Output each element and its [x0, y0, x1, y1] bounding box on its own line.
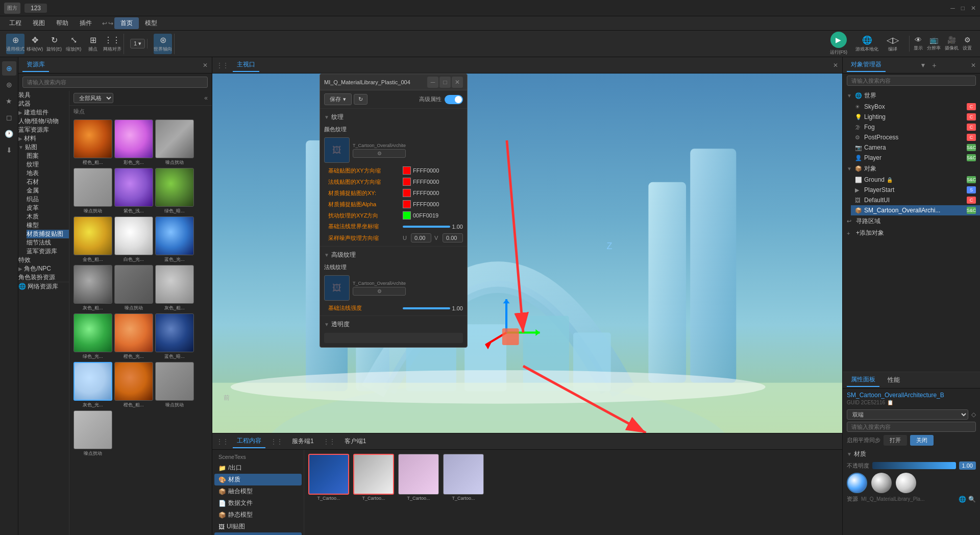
obj-world-group[interactable]: ▼ 🌐 世界 [843, 90, 980, 102]
cat-textures[interactable]: ▼ 贴图 [18, 143, 69, 152]
toolbar-axis[interactable]: ⊛ 世界轴向 [154, 34, 172, 54]
asset-grey-rough2[interactable]: 灰色_粗... [155, 265, 194, 311]
prop-noise-xyz-color[interactable] [403, 211, 411, 220]
asset-gold-rough[interactable]: 金色_粗... [74, 216, 112, 263]
toolbar-use-mode[interactable]: ⊕ 通用模式 [6, 34, 24, 54]
menu-plugins[interactable]: 插件 [75, 17, 97, 29]
asset-orange-light[interactable]: 橙色_光... [114, 313, 153, 360]
asset-blue-dark[interactable]: 蓝色_暗... [155, 313, 194, 360]
prop-matcap-alpha-color[interactable] [403, 200, 411, 208]
asset-noise-disturb3[interactable]: 噪点扰动 [114, 265, 153, 311]
asset-noise-disturb1[interactable]: 噪点扰动 [155, 119, 194, 166]
thumb-2[interactable]: T_Cartoo... [353, 454, 394, 501]
menu-project[interactable]: 工程 [4, 17, 27, 29]
cat-stone[interactable]: 石材 [27, 178, 69, 186]
dialog-save-btn[interactable]: 保存 ▾ [324, 93, 352, 105]
tree-materials[interactable]: 🎨 材质 [214, 474, 302, 485]
smooth-on-btn[interactable]: 打开 [884, 435, 907, 446]
cat-patterns[interactable]: 图案 [27, 152, 69, 160]
cat-characters-npc[interactable]: ▶ 角色/NPC [18, 264, 69, 273]
compile-btn[interactable]: ◁▷ 编译 [887, 35, 899, 53]
tree-export[interactable]: 📁 /出口 [214, 462, 302, 474]
asset-purple-shallow[interactable]: 紫色_浅... [114, 168, 153, 214]
prop-base-normal-slider[interactable] [403, 226, 450, 228]
transparency-header[interactable]: ▼ 透明度 [320, 318, 467, 331]
tab-server1[interactable]: 服务端1 [288, 435, 318, 448]
obj-fog[interactable]: 🌫 Fog C [851, 122, 980, 132]
obj-manager-add-icon[interactable]: + [932, 61, 936, 69]
obj-skybox[interactable]: ☀ SkyBox C [851, 102, 980, 112]
adv-texture-header[interactable]: ▼ 高级纹理 [320, 249, 467, 261]
resource-search-icon[interactable]: 🔍 [968, 496, 976, 503]
menu-help[interactable]: 帮助 [51, 17, 74, 29]
asset-panel-close[interactable]: ✕ [203, 62, 208, 69]
tab-home[interactable]: 首页 [114, 17, 139, 29]
camera-btn[interactable]: 🎥 摄像机 [945, 36, 959, 52]
cat-build[interactable]: ▶ 建造组件 [18, 108, 69, 117]
props-tab-attributes[interactable]: 属性面板 [847, 373, 879, 387]
tree-merged-models[interactable]: 📦 融合模型 [214, 485, 302, 497]
cat-costume[interactable]: 角色装扮资源 [18, 273, 69, 282]
normal-strength-slider[interactable] [403, 307, 450, 309]
toolbar-grid-align[interactable]: ⋮⋮ 网格对齐 [103, 34, 121, 54]
tab-client1[interactable]: 客户端1 [340, 435, 371, 448]
undo-btn[interactable]: ↩ [102, 20, 107, 27]
smooth-off-btn[interactable]: 关闭 [910, 435, 934, 446]
cat-characters[interactable]: 人物/怪物/动物 [18, 117, 69, 126]
cat-textures2[interactable]: 纹理 [27, 160, 69, 169]
obj-manager-filter-icon[interactable]: ▼ [920, 62, 926, 69]
copy-guid-btn[interactable]: 📋 [887, 400, 893, 405]
asset-grey-light-selected[interactable]: 灰色_光... [74, 362, 112, 408]
normal-texture-settings-btn[interactable]: ⚙ [353, 287, 406, 296]
thumb-1[interactable]: T_Cartoo... [308, 454, 349, 501]
cat-materials[interactable]: ▶ 材料 [18, 134, 69, 143]
obj-lighting[interactable]: 💡 Lighting C [851, 112, 980, 122]
sidebar-shapes[interactable]: ◻ [2, 110, 16, 125]
sidebar-brush[interactable]: ⊛ [2, 78, 16, 92]
tab-project-content[interactable]: 工程内容 [233, 434, 265, 448]
mat-ball-blue[interactable] [847, 473, 867, 493]
asset-search-input[interactable] [22, 77, 208, 88]
asset-noise-disturb2[interactable]: 噪点扰动 [74, 168, 112, 214]
localize-btn[interactable]: 🌐 游戏本地化 [855, 35, 878, 53]
opacity-slider[interactable] [872, 462, 956, 469]
maximize-btn[interactable]: □ [961, 5, 965, 12]
tree-static-models[interactable]: 📦 静态模型 [214, 509, 302, 521]
toolbar-snap[interactable]: ⊞ 捕点 [84, 34, 102, 54]
mat-ball-light[interactable] [896, 473, 916, 493]
close-btn[interactable]: ✕ [971, 5, 976, 12]
obj-manager-title[interactable]: 对象管理器 [847, 58, 886, 72]
cat-network-res[interactable]: 🌐 网络资源库 [18, 282, 69, 291]
sidebar-select-tool[interactable]: ⊕ [2, 61, 16, 76]
asset-green-light[interactable]: 绿色_光... [74, 313, 112, 360]
texture-settings-btn[interactable]: ⚙ [353, 149, 406, 158]
obj-sm-cartoon[interactable]: 📦 SM_Cartoon_OverallArchi... S&C [851, 205, 980, 215]
advanced-toggle[interactable] [445, 95, 463, 104]
obj-add-objects[interactable]: + +添加对象 [843, 227, 980, 239]
obj-ground[interactable]: ⬜ Ground 🔒 S&C [851, 175, 980, 185]
cat-terrain[interactable]: 地表 [27, 169, 69, 178]
resolution-btn[interactable]: 📺 分辨率 [927, 36, 941, 52]
obj-playerstart[interactable]: ▶ PlayerStart S [851, 185, 980, 195]
dialog-refresh-btn[interactable]: ↻ [354, 94, 368, 105]
cat-mat-capture[interactable]: 材质捕捉贴图 [27, 230, 69, 238]
color-texture-preview[interactable]: 🖼 [324, 137, 350, 163]
sidebar-clock[interactable]: 🕐 [2, 127, 16, 141]
menu-view[interactable]: 视图 [28, 17, 50, 29]
style-select[interactable]: 全部风格 [74, 93, 113, 103]
tab-model[interactable]: 模型 [140, 17, 162, 29]
toolbar-counter[interactable]: 1 ▾ [130, 39, 145, 48]
dialog-minimize-btn[interactable]: ─ [427, 77, 438, 88]
asset-grey-rough[interactable]: 灰色_粗... [74, 265, 112, 311]
asset-green-dark[interactable]: 绿色_暗... [155, 168, 194, 214]
asset-orange-rough[interactable]: 橙色_粗... [74, 119, 112, 166]
dialog-maximize-btn[interactable]: □ [439, 77, 451, 88]
texture-section-header[interactable]: ▼ 纹理 [320, 111, 467, 124]
obj-manager-close[interactable]: ✕ [971, 62, 976, 69]
prop-matcap-xy-color[interactable] [403, 189, 411, 197]
tree-ui-textures[interactable]: 🖼 UI贴图 [214, 521, 302, 532]
tab-main-viewport[interactable]: 主视口 [233, 58, 259, 72]
uv-v-input[interactable] [443, 233, 463, 242]
asset-noise-disturb5[interactable]: 噪点扰动 [74, 410, 112, 457]
collapse-btn[interactable]: « [204, 94, 208, 102]
